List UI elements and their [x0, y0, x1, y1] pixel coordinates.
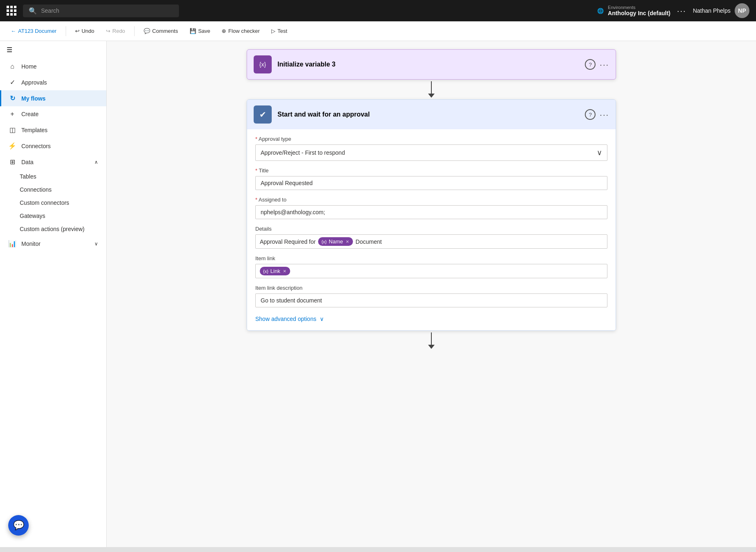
sidebar-item-templates[interactable]: ◫ Templates — [0, 122, 106, 138]
assigned-to-label: Assigned to — [255, 197, 607, 203]
monitor-expand-icon: ∨ — [94, 241, 98, 247]
sidebar-item-my-flows[interactable]: ↻ My flows — [0, 90, 106, 106]
more-options-button[interactable]: ··· — [677, 6, 686, 16]
canvas-area[interactable]: {x} Initialize variable 3 ? ··· — [107, 41, 756, 547]
redo-button[interactable]: ↪ Redo — [102, 25, 129, 37]
details-name-token-close[interactable]: × — [346, 238, 349, 245]
sidebar-item-gateways[interactable]: Gateways — [0, 209, 106, 222]
horizontal-scrollbar[interactable] — [0, 547, 756, 552]
data-expand-icon: ∧ — [94, 159, 98, 165]
item-link-desc-input[interactable] — [255, 293, 607, 307]
item-link-token[interactable]: {x} Link × — [260, 267, 290, 275]
node-approval-icon-box: ✔ — [254, 105, 272, 124]
back-arrow-icon: ← — [11, 28, 16, 34]
field-item-link: Item link {x} Link × — [255, 255, 607, 278]
test-button[interactable]: ▷ Test — [267, 25, 291, 37]
avatar[interactable]: NP — [735, 3, 749, 18]
item-link-token-label: Link — [270, 268, 280, 274]
node-approval[interactable]: ✔ Start and wait for an approval ? ··· A… — [247, 99, 616, 331]
toolbar-divider-2 — [134, 26, 135, 36]
flow-checker-button[interactable]: ⊕ Flow checker — [218, 25, 264, 37]
approval-type-label: Approval type — [255, 136, 607, 142]
node-approval-help-button[interactable]: ? — [585, 109, 596, 120]
item-link-desc-label: Item link description — [255, 285, 607, 291]
node-approval-menu-button[interactable]: ··· — [600, 110, 609, 119]
show-advanced-label: Show advanced options — [255, 316, 316, 322]
sidebar-label-approvals: Approvals — [21, 79, 47, 86]
arrow-line-1 — [431, 81, 432, 94]
node-init-title: Initialize variable 3 — [277, 61, 579, 68]
connections-label: Connections — [20, 186, 52, 193]
show-advanced-options-button[interactable]: Show advanced options ∨ — [255, 314, 607, 324]
toolbar: ← AT123 Documer ↩ Undo ↪ Redo 💬 Comments… — [0, 21, 756, 41]
search-bar[interactable]: 🔍 — [23, 5, 179, 17]
arrow-head-2 — [428, 345, 435, 349]
sidebar-item-approvals[interactable]: ✓ Approvals — [0, 74, 106, 90]
save-label: Save — [198, 28, 211, 34]
item-link-token-close[interactable]: × — [283, 268, 286, 274]
sidebar-label-my-flows: My flows — [21, 95, 46, 102]
sidebar-header[interactable]: ☰ — [0, 41, 106, 59]
sidebar-item-connections[interactable]: Connections — [0, 183, 106, 196]
details-prefix-text: Approval Required for — [260, 238, 316, 245]
comments-button[interactable]: 💬 Comments — [140, 25, 182, 37]
flow-arrow-2 — [428, 332, 435, 349]
sidebar: ☰ ⌂ Home ✓ Approvals ↻ My flows + Create… — [0, 41, 107, 547]
init-var-icon: {x} — [259, 61, 266, 68]
link-token-icon: {x} — [263, 269, 268, 274]
node-approval-header: ✔ Start and wait for an approval ? ··· — [247, 100, 616, 129]
field-approval-type: Approval type Approve/Reject - First to … — [255, 136, 607, 161]
approvals-icon: ✓ — [8, 78, 16, 86]
custom-connectors-label: Custom connectors — [20, 199, 69, 206]
home-icon: ⌂ — [8, 63, 16, 70]
waffle-menu[interactable] — [7, 6, 16, 16]
node-init-header: {x} Initialize variable 3 ? ··· — [247, 50, 616, 79]
node-init-help-button[interactable]: ? — [585, 59, 596, 70]
comments-label: Comments — [152, 28, 178, 34]
hamburger-icon: ☰ — [7, 46, 12, 54]
sidebar-item-data[interactable]: ⊞ Data ∧ — [0, 154, 106, 170]
node-init-menu-button[interactable]: ··· — [600, 60, 609, 69]
sidebar-item-connectors[interactable]: ⚡ Connectors — [0, 138, 106, 154]
details-label: Details — [255, 226, 607, 232]
user-name: Nathan Phelps — [693, 7, 731, 14]
approval-type-select[interactable]: Approve/Reject - First to respond ∨ — [255, 144, 607, 161]
field-item-link-description: Item link description — [255, 285, 607, 307]
back-button[interactable]: ← AT123 Documer — [7, 25, 61, 37]
sidebar-label-home: Home — [21, 63, 37, 70]
create-icon: + — [8, 110, 16, 118]
save-button[interactable]: 💾 Save — [186, 25, 215, 37]
sidebar-item-monitor[interactable]: 📊 Monitor ∨ — [0, 236, 106, 252]
user-profile[interactable]: Nathan Phelps NP — [693, 3, 749, 18]
details-suffix-text: Document — [355, 238, 382, 245]
flow-checker-icon: ⊕ — [222, 28, 226, 34]
sidebar-item-create[interactable]: + Create — [0, 106, 106, 122]
connectors-icon: ⚡ — [8, 142, 16, 150]
sidebar-item-custom-connectors[interactable]: Custom connectors — [0, 196, 106, 209]
approval-action-icon: ✔ — [259, 110, 266, 119]
node-initialize-variable[interactable]: {x} Initialize variable 3 ? ··· — [247, 49, 616, 80]
templates-icon: ◫ — [8, 126, 16, 134]
chatbot-button[interactable]: 💬 — [8, 515, 29, 536]
env-name: Anthology Inc (default) — [608, 10, 670, 16]
title-input[interactable] — [255, 176, 607, 190]
sidebar-item-home[interactable]: ⌂ Home — [0, 59, 106, 74]
search-input[interactable] — [41, 7, 173, 14]
redo-icon: ↪ — [106, 28, 110, 34]
node-approval-actions: ? ··· — [585, 109, 609, 120]
token-icon: {x} — [321, 239, 327, 244]
environment-selector[interactable]: 🌐 Environments Anthology Inc (default) — [597, 5, 670, 16]
node-approval-body: Approval type Approve/Reject - First to … — [247, 129, 616, 330]
sidebar-item-tables[interactable]: Tables — [0, 170, 106, 183]
comments-icon: 💬 — [144, 28, 150, 34]
sidebar-item-custom-actions[interactable]: Custom actions (preview) — [0, 222, 106, 236]
details-name-token[interactable]: {x} Name × — [318, 237, 353, 246]
assigned-to-input[interactable] — [255, 205, 607, 219]
undo-button[interactable]: ↩ Undo — [71, 25, 99, 37]
save-icon: 💾 — [190, 28, 196, 34]
details-input[interactable]: Approval Required for {x} Name × Documen… — [255, 234, 607, 249]
title-field-label: Title — [255, 167, 607, 174]
show-advanced-chevron-icon: ∨ — [320, 316, 324, 322]
item-link-input[interactable]: {x} Link × — [255, 264, 607, 278]
toolbar-divider-1 — [66, 26, 66, 36]
